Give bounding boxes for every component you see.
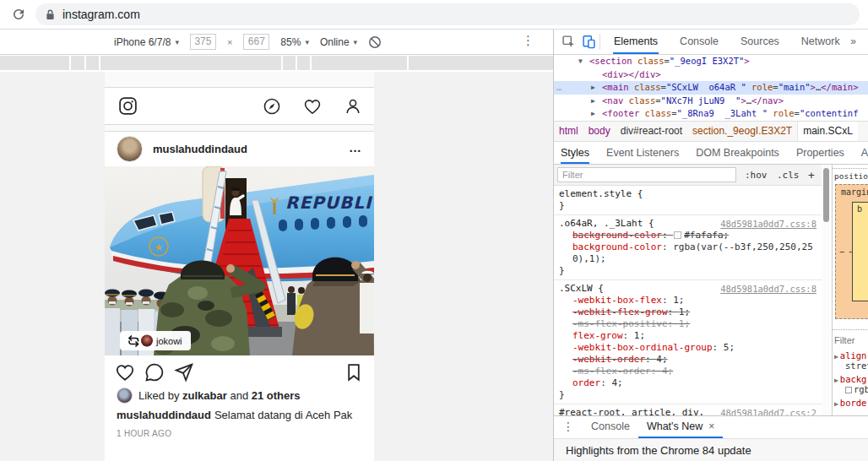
breadcrumb-item[interactable]: section._9eogI.E3X2T	[687, 122, 797, 141]
tree-node[interactable]: …▶<main class="SCxLW o64aR " role="main"…	[554, 81, 868, 95]
css-rule[interactable]: 48d5981a0dd7.css:8.o64aR, ._3Laht {backg…	[554, 215, 822, 280]
computed-filter-input[interactable]	[834, 335, 868, 345]
instagram-logo-icon[interactable]	[118, 96, 138, 116]
drawer-tab-console[interactable]: Console	[583, 416, 638, 438]
css-property[interactable]: background-color: rgba(var(--b3f,250,250…	[559, 241, 816, 265]
expand-arrow-icon[interactable]: ▼	[578, 55, 589, 68]
dimension-separator: ×	[227, 37, 232, 47]
more-tabs-button[interactable]: »	[850, 30, 856, 54]
styles-tab-event-listeners[interactable]: Event Listeners	[606, 142, 679, 164]
breadcrumb-item[interactable]: div#react-root	[616, 122, 687, 141]
breadcrumb-item[interactable]: html	[554, 122, 583, 141]
expand-arrow-icon[interactable]: ▶	[591, 107, 602, 121]
expand-arrow-icon[interactable]: ▶	[591, 95, 602, 108]
css-rule[interactable]: 48d5981a0dd7.css:2#react-root, article, …	[554, 404, 822, 415]
instagram-post: muslahuddindaud …	[105, 131, 374, 461]
scrollbar-thumb[interactable]	[823, 168, 829, 222]
post-photo[interactable]: ★	[105, 166, 374, 355]
device-select[interactable]: iPhone 6/7/8 ▾	[114, 36, 179, 48]
css-source-link[interactable]: 48d5981a0dd7.css:8	[720, 283, 816, 295]
box-model-border[interactable]: b	[852, 202, 868, 301]
box-model-margin[interactable]: margin − − b	[835, 184, 868, 319]
device-toolbar-menu-icon[interactable]: ⋮	[522, 33, 534, 48]
reload-button[interactable]	[11, 7, 26, 22]
toggle-class-button[interactable]: .cls	[777, 165, 800, 186]
post-username[interactable]: muslahuddindaud	[153, 132, 247, 166]
liker-avatar[interactable]	[117, 388, 133, 404]
avatar[interactable]	[117, 136, 143, 162]
tab-sources[interactable]: Sources	[740, 30, 780, 54]
close-icon[interactable]: ×	[708, 420, 714, 432]
new-style-rule-button[interactable]: +	[808, 165, 815, 186]
tab-console[interactable]: Console	[679, 30, 719, 54]
comment-button-icon[interactable]	[144, 362, 165, 382]
save-button-icon[interactable]	[344, 362, 364, 382]
css-property[interactable]: -webkit-box-ordinal-group: 5;	[559, 342, 816, 354]
drawer-tab-what-s-new[interactable]: What's New×	[638, 416, 723, 438]
liker-username[interactable]: zulkabar	[182, 389, 227, 402]
css-property[interactable]: -webkit-flex-grow: 1;	[559, 306, 816, 318]
css-rule[interactable]: element.style {}	[554, 186, 822, 215]
tree-node[interactable]: ▶<nav class="NXc7H jLuN9 ">…</nav>	[554, 95, 868, 108]
toolbar-divider	[599, 34, 600, 50]
styles-filter-input[interactable]	[557, 167, 736, 182]
width-input[interactable]: 375	[190, 34, 216, 50]
styles-tab-ac[interactable]: Ac	[861, 142, 868, 164]
share-button-icon[interactable]	[174, 362, 194, 382]
styles-tab-styles[interactable]: Styles	[561, 142, 589, 164]
computed-property[interactable]: ▶background-colorrgba(	[833, 372, 868, 396]
css-property[interactable]: -webkit-box-flex: 1;	[559, 295, 816, 306]
device-toolbar-toggle-icon[interactable]	[582, 35, 596, 49]
breadcrumb-item[interactable]: body	[583, 122, 616, 141]
profile-icon[interactable]	[344, 97, 362, 116]
rotate-disabled-icon[interactable]	[368, 35, 382, 49]
css-property[interactable]: flex-grow: 1;	[559, 330, 816, 342]
drawer-menu-icon[interactable]: ⋮	[554, 416, 583, 438]
height-input[interactable]: 667	[243, 34, 269, 50]
expand-arrow-icon[interactable]: ▶	[834, 400, 838, 408]
styles-tab-dom-breakpoints[interactable]: DOM Breakpoints	[696, 142, 779, 164]
css-property[interactable]: -ms-flex-positive: 1;	[559, 318, 816, 330]
css-property[interactable]: -ms-flex-order: 4;	[559, 366, 816, 377]
likes-count[interactable]: 21 others	[252, 389, 301, 402]
css-source-link[interactable]: 48d5981a0dd7.css:2	[720, 407, 816, 415]
computed-property[interactable]: ▶align-contentstretch	[833, 349, 868, 372]
network-condition: Online	[320, 36, 350, 48]
expand-arrow-icon[interactable]: ▶	[834, 377, 838, 384]
expand-arrow-icon[interactable]: ▶	[591, 81, 602, 95]
inspect-element-icon[interactable]	[561, 35, 576, 49]
tree-node[interactable]: ▼<section class="_9eogI E3X2T">	[554, 55, 868, 68]
css-source-link[interactable]: 48d5981a0dd7.css:8	[720, 218, 816, 230]
breadcrumb-item[interactable]: main.SCxL	[797, 122, 858, 141]
css-property[interactable]: order: 4;	[559, 377, 816, 389]
styles-filter-bar: :hov .cls +	[554, 165, 822, 186]
expand-arrow-icon[interactable]: ▶	[834, 353, 838, 361]
throttle-select[interactable]: Online ▾	[320, 36, 357, 48]
lock-icon	[46, 9, 55, 20]
zoom-select[interactable]: 85% ▾	[280, 36, 309, 48]
activity-heart-icon[interactable]	[303, 97, 322, 116]
computed-property[interactable]: ▶border	[833, 396, 868, 409]
tab-network[interactable]: Network	[800, 30, 841, 54]
chevron-down-icon: ▾	[305, 38, 309, 46]
styles-tab-properties[interactable]: Properties	[796, 142, 844, 164]
like-button-icon[interactable]	[115, 362, 135, 382]
css-property[interactable]: -webkit-order: 4;	[559, 354, 816, 366]
address-bar[interactable]: instagram.com	[35, 3, 860, 25]
scrollbar[interactable]	[822, 165, 832, 415]
toggle-hover-state-button[interactable]: :hov	[745, 165, 768, 186]
color-swatch[interactable]	[674, 231, 681, 239]
box-model-diagram[interactable]: margin − − b	[833, 182, 868, 326]
post-more-button[interactable]: …	[349, 132, 362, 164]
devtools-drawer: ⋮ ConsoleWhat's New× Highlights from the…	[554, 415, 868, 461]
media-query-bar[interactable]	[0, 55, 553, 72]
explore-icon[interactable]	[263, 97, 281, 116]
css-property[interactable]: background-color: #fafafa;	[559, 230, 816, 241]
css-rule[interactable]: 48d5981a0dd7.css:8.SCxLW {-webkit-box-fl…	[554, 280, 822, 404]
device-select-label: iPhone 6/7/8	[114, 36, 171, 48]
tree-node[interactable]: ▶<footer class="_8Rna9 _3Laht " role="co…	[554, 107, 868, 121]
caption-username[interactable]: muslahuddindaud	[117, 409, 211, 421]
tab-elements[interactable]: Elements	[613, 30, 659, 54]
color-swatch	[845, 387, 852, 393]
tree-node[interactable]: <div></div>	[554, 68, 868, 82]
